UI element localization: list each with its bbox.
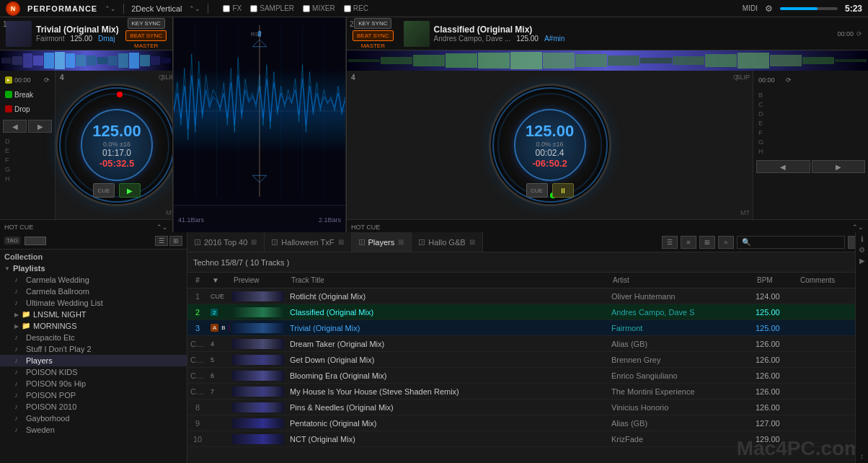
mixer-checkbox[interactable] (303, 5, 310, 12)
sidebar-ultimate-wedding[interactable]: ♪ Ultimate Wedding List (0, 297, 187, 309)
sidebar-carmela-wedding[interactable]: ♪ Carmela Wedding (0, 274, 187, 286)
sidebar-stuff-dont-play[interactable]: ♪ Stuff I Don't Play 2 (0, 343, 187, 355)
track-row-1[interactable]: 1 CUE Rotlicht (Original Mix) Oliver Hun… (187, 288, 868, 304)
tab-2016-top40[interactable]: ♪ 2016 Top 40 ⊠ (187, 232, 265, 252)
track-row-4[interactable]: CUE 4 Dream Taker (Original Mix) Alias (… (187, 336, 868, 352)
track-row-3[interactable]: 3 A B C Trivial (Original Mix) Fairmont … (187, 320, 868, 336)
deck1-prev-btn[interactable]: ◀ (3, 120, 27, 133)
mode-label[interactable]: PERFORMANCE (27, 4, 97, 13)
deck1-play-button[interactable]: ▶ (119, 183, 141, 198)
tab-close-2[interactable]: ⊠ (338, 238, 344, 246)
sidebar-lnsml-night[interactable]: ▶ 📁 LNSML NIGHT (0, 309, 187, 320)
track-row-2[interactable]: 2 2 Classified (Original Mix) Andres Cam… (187, 304, 868, 320)
fx-option[interactable]: FX (223, 4, 242, 12)
search-box[interactable]: 🔍 (737, 236, 845, 249)
sidebar-collection-header[interactable]: Collection (0, 250, 187, 263)
sidebar-mornings[interactable]: ▶ 📁 MORNINGS (0, 320, 187, 332)
info-panel-btn-3[interactable]: ▶ (859, 257, 865, 265)
deck2-pause-button[interactable]: ⏸ (552, 183, 574, 198)
col-header-title[interactable]: Track Title (287, 276, 608, 284)
sidebar-poison-2010[interactable]: ♪ POISON 2010 (0, 401, 187, 413)
playlist-name: Techno 15/8/7 ( 10 Tracks ) (193, 258, 289, 267)
sidebar-grid-view-btn[interactable]: ⊞ (169, 236, 182, 246)
deck2-prev-btn[interactable]: ◀ (756, 160, 810, 173)
deck2-master-label: MASTER (361, 43, 385, 49)
track-preview-7 (229, 387, 287, 397)
deck1-beat-sync-btn[interactable]: BEAT SYNC (125, 30, 167, 41)
settings-icon[interactable]: ⚙ (765, 4, 773, 14)
list-view-btn[interactable]: ☰ (662, 236, 678, 249)
deck2-key-sync-btn[interactable]: KEY SYNC (354, 18, 391, 29)
midi-label[interactable]: MIDI (743, 4, 758, 12)
deck2-beat-sync-btn[interactable]: BEAT SYNC (353, 30, 394, 41)
col-header-bpm[interactable]: BPM (753, 276, 796, 284)
tab-players[interactable]: ♪ Players ⊠ (352, 232, 412, 252)
tab-halloween[interactable]: ♪ Halloween TxF ⊠ (265, 232, 351, 252)
sidebar-list-view-btn[interactable]: ☰ (155, 236, 168, 246)
sampler-option[interactable]: SAMPLER (250, 4, 294, 12)
info-panel-btn-2[interactable]: ⚙ (859, 246, 865, 254)
rec-option[interactable]: REC (344, 4, 368, 12)
track-title-2: Classified (Original Mix) (287, 308, 608, 317)
mode-arrows[interactable]: ⌃⌄ (105, 5, 116, 12)
info-panel-btn-1[interactable]: ℹ (861, 235, 864, 243)
sidebar-sweden[interactable]: ♪ Sweden (0, 424, 187, 436)
wave-view-btn[interactable]: ≈ (718, 236, 734, 249)
track-row-7[interactable]: CUE 7 My House Is Your House (Steve Shad… (187, 384, 868, 400)
library-area: TAG ☰ ⊞ Collection ▼ Playlists ♪ Carmela… (0, 232, 868, 463)
track-row-5[interactable]: CUE 5 Get Down (Original Mix) Brennen Gr… (187, 352, 868, 368)
track-bpm-3: 125.00 (753, 324, 796, 332)
sidebar-despacito[interactable]: ♪ Despacito Etc (0, 332, 187, 343)
tab-hallo-gb[interactable]: ♪ Hallo G&B ⊠ (412, 232, 482, 252)
rec-checkbox[interactable] (344, 5, 351, 12)
sidebar-carmela-ballroom[interactable]: ♪ Carmela Ballroom (0, 286, 187, 297)
deck1-header: Trivial (Original Mix) Fairmont 125.00 D… (0, 17, 172, 50)
track-artist-8: Vinicius Honorio (608, 403, 753, 412)
track-row-8[interactable]: 8 Pins & Needles (Original Mix) Vinicius… (187, 400, 868, 415)
col-header-sort[interactable]: ▼ (208, 276, 229, 284)
deck2-next-btn[interactable]: ▶ (812, 160, 866, 173)
tag-btn[interactable]: TAG (4, 237, 20, 244)
master-volume-slider[interactable] (780, 7, 838, 10)
deck1-key-sync-btn[interactable]: KEY SYNC (128, 18, 165, 29)
deck1-platter-area: Q SLIP 4 125.00 0.0% ±16 (56, 71, 172, 219)
compact-view-btn[interactable]: ≡ (681, 236, 696, 249)
fx-checkbox[interactable] (223, 5, 230, 12)
layout-arrows[interactable]: ⌃⌄ (189, 5, 200, 12)
clock: 5:23 (845, 4, 862, 14)
sidebar-poison-pop[interactable]: ♪ POISON POP (0, 389, 187, 401)
track-row-10[interactable]: 10 NCT (Original Mix) KrizFade 129.00 (187, 431, 868, 447)
deck1-number: 1 (3, 20, 7, 28)
col-header-preview[interactable]: Preview (229, 276, 287, 284)
mixer-option[interactable]: MIXER (303, 4, 335, 12)
track-cue-2: 2 (208, 309, 229, 316)
sidebar-poison-kids[interactable]: ♪ POISON KIDS (0, 366, 187, 378)
sidebar-item-label: Players (26, 356, 53, 365)
sidebar-players[interactable]: ♪ Players (0, 355, 187, 366)
tab-close-1[interactable]: ⊠ (251, 238, 257, 246)
info-panel-btn-4[interactable]: ↕ (860, 452, 864, 460)
tab-close-4[interactable]: ⊠ (469, 238, 475, 246)
layout-label[interactable]: 2Deck Vertical (131, 4, 182, 13)
sidebar-poison-90s[interactable]: ♪ POISON 90s Hip (0, 378, 187, 389)
deck1-cue-button[interactable]: CUE (93, 183, 115, 198)
track-title-6: Blooming Era (Original Mix) (287, 371, 608, 380)
col-header-artist[interactable]: Artist (608, 276, 753, 284)
track-title-1: Rotlicht (Original Mix) (287, 292, 608, 301)
deck1-cue-list: ▸ 00:00 ⟳ Break Drop ◀ ▶ (0, 71, 56, 219)
playlists-group[interactable]: ▼ Playlists (0, 263, 187, 274)
col-header-num[interactable]: # (187, 276, 208, 284)
tab-close-3[interactable]: ⊠ (398, 238, 404, 246)
deck1-cue-1: ▸ 00:00 ⟳ (3, 74, 52, 87)
deck1-cue-nav: ◀ ▶ (3, 120, 52, 133)
playlist-icon-12: ♪ (14, 414, 23, 423)
deck2-cue-button[interactable]: CUE (526, 183, 548, 198)
track-row-9[interactable]: 9 Pentatonic (Original Mix) Alias (GB) 1… (187, 415, 868, 431)
sidebar-gayborhood[interactable]: ♪ Gayborhood (0, 413, 187, 424)
deck1-next-btn[interactable]: ▶ (28, 120, 52, 133)
search-input[interactable] (753, 238, 840, 246)
sampler-checkbox[interactable] (250, 5, 257, 12)
playlist-icon-1: ♪ (14, 275, 23, 284)
grid-view-btn[interactable]: ⊞ (699, 236, 715, 249)
track-row-6[interactable]: CUE 6 Blooming Era (Original Mix) Enrico… (187, 368, 868, 384)
